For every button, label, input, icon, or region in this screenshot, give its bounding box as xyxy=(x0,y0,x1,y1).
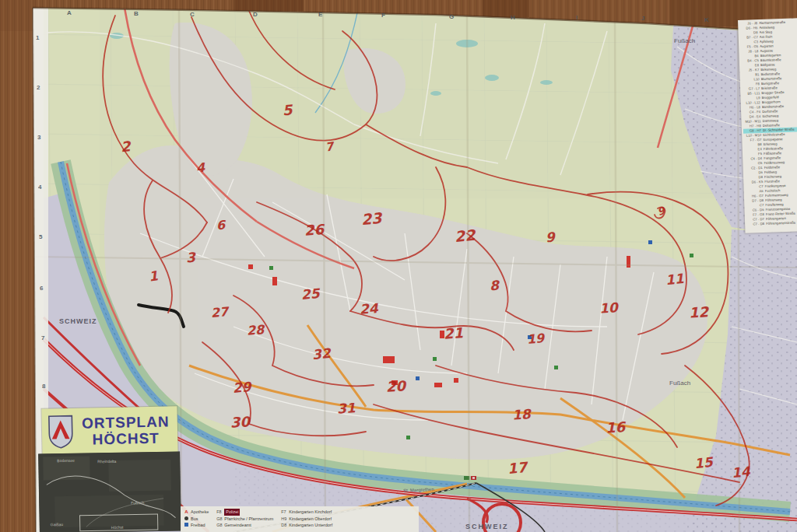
map-title-line1: ORTSPLAN xyxy=(74,413,177,432)
legend-row: D8Kindergarten Unterdorf xyxy=(281,522,332,529)
legend-grid-ref: G8 xyxy=(216,522,224,529)
title-block: ORTSPLAN HÖCHST xyxy=(41,406,177,456)
legend-row: Bus xyxy=(184,516,209,523)
legend-row: G8Gemeindeamt xyxy=(216,522,273,529)
legend-label: Kindergarten Unterdorf xyxy=(289,522,332,529)
legend-label: Freibad xyxy=(191,522,205,529)
legend-grid-ref: H9 xyxy=(281,516,289,523)
street-index-panel: J6 - J8AlemannenstraßeD6 - H6AmselwegD8A… xyxy=(738,18,797,233)
label-fussach-top: Fußach xyxy=(674,37,695,44)
inset-label-gaißau: Gaißau xyxy=(51,522,64,527)
pharmacy-icon: A xyxy=(184,509,189,516)
map-legend: AApothekeBusFreibad F8PolizeiG8Pfarrkirc… xyxy=(181,506,419,532)
inset-label-höchst: Höchst xyxy=(111,525,124,530)
label-schweiz: SCHWEIZ xyxy=(59,317,97,325)
hoechst-coat-of-arms xyxy=(47,413,75,451)
legend-grid-ref: F8 xyxy=(216,509,224,516)
legend-row: AApotheke xyxy=(184,509,209,516)
inset-label-rheindelta: Rheindelta xyxy=(97,459,116,464)
legend-label: Kindergarten Oberdorf xyxy=(289,516,332,523)
legend-column-public: F8PolizeiG8Pfarrkirche / PfarrzentrumG8G… xyxy=(216,509,273,530)
street-index-street-name: Föhrengartenstraße xyxy=(766,220,797,226)
legend-column-symbols: AApothekeBusFreibad xyxy=(184,509,209,530)
bus-icon xyxy=(184,516,189,523)
legend-label: Kindergarten Kirchdorf xyxy=(289,509,332,516)
legend-row: F7Kindergarten Kirchdorf xyxy=(281,509,332,516)
legend-row: F8Polizei xyxy=(216,509,273,516)
legend-column-kindergarten: F7Kindergarten KirchdorfH9Kindergarten O… xyxy=(281,509,332,530)
pool-icon xyxy=(184,522,189,529)
legend-label: Bus xyxy=(191,516,198,523)
photo-of-paper-map: ABCDEFGHIJK 12345678 1234567899101112141… xyxy=(0,0,797,532)
label-schweiz-bottom: SCHWEIZ xyxy=(465,523,509,530)
label-fussach-right: Fußach xyxy=(669,380,690,387)
map-title: ORTSPLAN HÖCHST xyxy=(74,413,178,448)
legend-grid-ref: G8 xyxy=(216,516,224,523)
legend-label: Polizei xyxy=(224,509,240,516)
legend-row: Freibad xyxy=(184,522,209,529)
map-title-line2: HÖCHST xyxy=(74,429,177,448)
legend-row: H9Kindergarten Oberdorf xyxy=(281,516,332,523)
inset-label-fußach: Fußach xyxy=(131,500,144,505)
overview-inset-map: BodenseeRheindeltaFußachGaißauHöchst xyxy=(38,451,181,532)
inset-label-bodensee: Bodensee xyxy=(57,458,75,463)
legend-label: Gemeindeamt xyxy=(224,522,251,529)
legend-grid-ref: D8 xyxy=(281,522,289,529)
legend-label: Apotheke xyxy=(191,509,209,516)
legend-grid-ref: F7 xyxy=(281,509,289,516)
legend-label: Pfarrkirche / Pfarrzentrum xyxy=(224,516,273,523)
legend-row: G8Pfarrkirche / Pfarrzentrum xyxy=(216,516,273,523)
street-index-grid-ref: C7 - D8 xyxy=(746,222,764,227)
